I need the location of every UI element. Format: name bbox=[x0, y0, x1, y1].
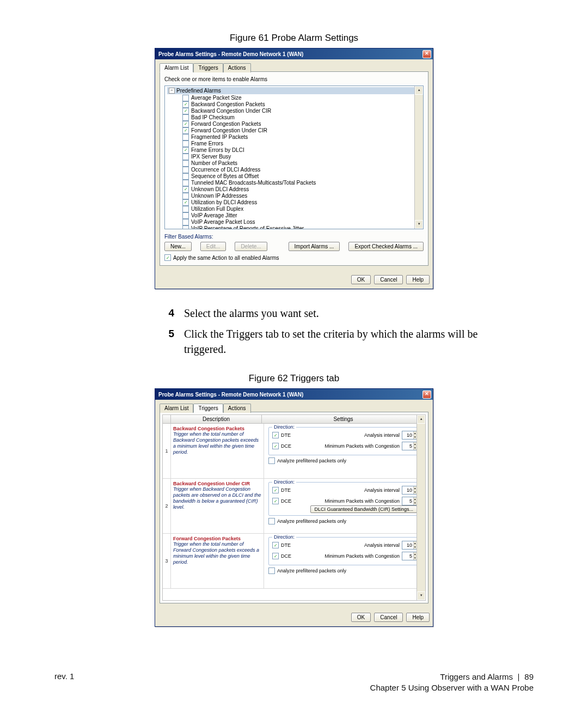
alarm-item[interactable]: VoIP Percentage of Reports of Excessive … bbox=[167, 225, 421, 229]
alarm-checkbox[interactable] bbox=[182, 141, 189, 147]
edit-button[interactable]: Edit... bbox=[200, 242, 226, 251]
new-button[interactable]: New... bbox=[164, 242, 192, 251]
alarm-item[interactable]: Backward Congestion Under CIR bbox=[167, 108, 421, 114]
step-4: 4 Select the alarms you want set. bbox=[163, 306, 501, 321]
tab-triggers[interactable]: Triggers bbox=[193, 404, 223, 413]
alarm-checkbox[interactable] bbox=[182, 219, 189, 225]
alarm-label: Frame Errors by DLCI bbox=[191, 147, 244, 154]
dlci-settings-button[interactable]: DLCI Guaranteed Bandwidth (CIR) Settings… bbox=[310, 505, 417, 513]
alarm-checkbox[interactable] bbox=[182, 114, 189, 121]
dce-checkbox[interactable] bbox=[272, 498, 279, 504]
scrollbar[interactable]: ▴ ▾ bbox=[414, 86, 423, 229]
tab-alarm-list[interactable]: Alarm List bbox=[160, 404, 193, 413]
ok-button[interactable]: OK bbox=[351, 275, 371, 284]
row-settings: Direction:DTEAnalysis interval▴▾DCEMinim… bbox=[264, 424, 425, 478]
import-alarms-button[interactable]: Import Alarms ... bbox=[289, 242, 340, 251]
tab-actions[interactable]: Actions bbox=[223, 63, 251, 72]
ok-button[interactable]: OK bbox=[351, 613, 371, 622]
alarm-item[interactable]: Unknown IP Addresses bbox=[167, 193, 421, 199]
tab-actions[interactable]: Actions bbox=[223, 404, 251, 413]
alarm-item[interactable]: Sequence of Bytes at Offset bbox=[167, 173, 421, 180]
min-packets-input[interactable]: ▴▾ bbox=[402, 497, 417, 505]
analyze-prefiltered-checkbox[interactable] bbox=[268, 567, 275, 574]
alarm-checkbox[interactable] bbox=[182, 134, 189, 141]
alarm-tree[interactable]: − Predefined Alarms Average Packet SizeB… bbox=[164, 86, 424, 229]
export-alarms-button[interactable]: Export Checked Alarms ... bbox=[348, 242, 424, 251]
analysis-interval-input[interactable]: ▴▾ bbox=[402, 431, 417, 440]
alarm-label: Forward Congestion Under CIR bbox=[191, 127, 267, 134]
dialog-titlebar[interactable]: Probe Alarms Settings - Remote Demo Netw… bbox=[155, 48, 433, 59]
alarm-item[interactable]: Occurrence of DLCI Address bbox=[167, 167, 421, 173]
dte-checkbox[interactable] bbox=[272, 432, 279, 438]
alarm-checkbox[interactable] bbox=[182, 101, 189, 108]
analyze-prefiltered-checkbox[interactable] bbox=[268, 518, 275, 524]
alarm-checkbox[interactable] bbox=[182, 180, 189, 186]
dce-checkbox[interactable] bbox=[272, 443, 279, 449]
alarm-item[interactable]: Forward Congestion Packets bbox=[167, 121, 421, 127]
row-number: 1 bbox=[163, 424, 171, 478]
alarm-description: Trigger when the total number of Backwar… bbox=[173, 431, 261, 455]
min-packets-input[interactable]: ▴▾ bbox=[402, 552, 417, 560]
alarm-checkbox[interactable] bbox=[182, 173, 189, 180]
alarm-checkbox[interactable] bbox=[182, 127, 189, 134]
tab-triggers[interactable]: Triggers bbox=[193, 63, 223, 72]
alarm-checkbox[interactable] bbox=[182, 108, 189, 114]
alarm-item[interactable]: Number of Packets bbox=[167, 160, 421, 167]
alarm-item[interactable]: Utilization Full Duplex bbox=[167, 206, 421, 212]
min-packets-input[interactable]: ▴▾ bbox=[402, 442, 417, 450]
alarm-item[interactable]: Bad IP Checksum bbox=[167, 114, 421, 121]
alarm-checkbox[interactable] bbox=[182, 206, 189, 212]
scroll-up-icon[interactable]: ▴ bbox=[417, 415, 425, 424]
close-icon[interactable]: ✕ bbox=[422, 390, 431, 399]
alarm-checkbox[interactable] bbox=[182, 121, 189, 127]
cancel-button[interactable]: Cancel bbox=[374, 613, 403, 622]
alarm-item[interactable]: Fragmented IP Packets bbox=[167, 134, 421, 141]
alarm-checkbox[interactable] bbox=[182, 186, 189, 193]
dte-checkbox[interactable] bbox=[272, 542, 279, 548]
alarm-item[interactable]: Average Packet Size bbox=[167, 95, 421, 101]
tab-alarm-list[interactable]: Alarm List bbox=[160, 63, 193, 72]
alarm-item[interactable]: IPX Server Busy bbox=[167, 154, 421, 160]
alarm-checkbox[interactable] bbox=[182, 95, 189, 101]
alarm-checkbox[interactable] bbox=[182, 193, 189, 199]
delete-button[interactable]: Delete... bbox=[235, 242, 267, 251]
dte-checkbox[interactable] bbox=[272, 487, 279, 493]
alarm-item[interactable]: VoIP Average Jitter bbox=[167, 212, 421, 219]
alarm-checkbox[interactable] bbox=[182, 225, 189, 229]
scrollbar[interactable]: ▴ ▾ bbox=[416, 415, 425, 600]
alarm-checkbox[interactable] bbox=[182, 147, 189, 154]
help-button[interactable]: Help bbox=[406, 613, 430, 622]
scroll-down-icon[interactable]: ▾ bbox=[415, 220, 423, 229]
cancel-button[interactable]: Cancel bbox=[374, 275, 403, 284]
min-packets-label: Minimum Packets with Congestion bbox=[324, 443, 400, 449]
scroll-down-icon[interactable]: ▾ bbox=[417, 591, 425, 600]
analyze-prefiltered-checkbox[interactable] bbox=[268, 457, 275, 464]
close-icon[interactable]: ✕ bbox=[422, 50, 431, 58]
apply-same-action-checkbox[interactable] bbox=[164, 254, 171, 261]
alarm-checkbox[interactable] bbox=[182, 154, 189, 160]
alarm-item[interactable]: Utilization by DLCI Address bbox=[167, 199, 421, 206]
alarm-item[interactable]: Tunneled MAC Broadcasts-Multicasts/Total… bbox=[167, 180, 421, 186]
tree-root[interactable]: − Predefined Alarms bbox=[167, 87, 421, 94]
analysis-interval-input[interactable]: ▴▾ bbox=[402, 541, 417, 550]
alarm-checkbox[interactable] bbox=[182, 199, 189, 206]
alarm-item[interactable]: Forward Congestion Under CIR bbox=[167, 127, 421, 134]
analyze-prefiltered-label: Analyze prefiltered packets only bbox=[277, 458, 346, 463]
alarm-item[interactable]: Frame Errors bbox=[167, 141, 421, 147]
dialog-titlebar[interactable]: Probe Alarms Settings - Remote Demo Netw… bbox=[155, 389, 433, 400]
alarm-checkbox[interactable] bbox=[182, 160, 189, 167]
alarm-item[interactable]: VoIP Average Packet Loss bbox=[167, 219, 421, 225]
scroll-up-icon[interactable]: ▴ bbox=[415, 86, 423, 95]
analysis-interval-input[interactable]: ▴▾ bbox=[402, 486, 417, 495]
dte-label: DTE bbox=[281, 542, 291, 548]
alarm-label: VoIP Average Jitter bbox=[191, 212, 237, 219]
alarm-checkbox[interactable] bbox=[182, 167, 189, 173]
alarm-item[interactable]: Frame Errors by DLCI bbox=[167, 147, 421, 154]
row-settings: Direction:DTEAnalysis interval▴▾DCEMinim… bbox=[264, 534, 425, 588]
dce-checkbox[interactable] bbox=[272, 553, 279, 559]
alarm-checkbox[interactable] bbox=[182, 212, 189, 219]
collapse-icon[interactable]: − bbox=[169, 88, 175, 94]
help-button[interactable]: Help bbox=[406, 275, 430, 284]
alarm-item[interactable]: Backward Congestion Packets bbox=[167, 101, 421, 108]
alarm-item[interactable]: Unknown DLCI Address bbox=[167, 186, 421, 193]
